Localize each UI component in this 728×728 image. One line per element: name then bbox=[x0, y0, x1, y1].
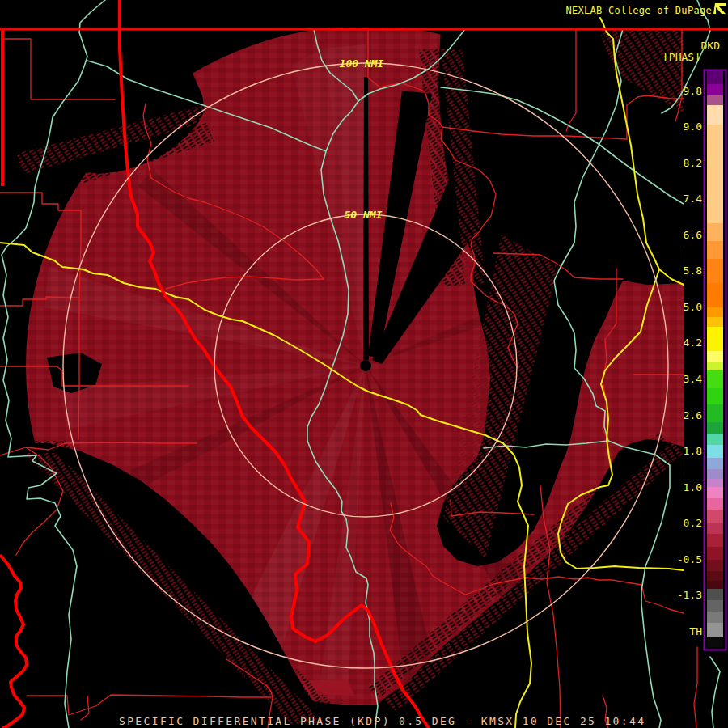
color-scale-segment bbox=[707, 362, 723, 370]
color-scale-segment bbox=[707, 600, 723, 612]
radar-display: 100 NMI50 NMI 9.89.08.27.46.65.85.04.23.… bbox=[0, 0, 728, 728]
color-scale-segment bbox=[707, 434, 723, 445]
color-scale-tick-label: 2.6 bbox=[684, 409, 702, 421]
color-scale-segment bbox=[707, 479, 723, 487]
color-scale-segment bbox=[707, 487, 723, 498]
color-scale-tick-label: 7.4 bbox=[684, 193, 703, 205]
color-scale-segment bbox=[707, 370, 723, 388]
color-scale-segment bbox=[707, 422, 723, 434]
color-scale-segment bbox=[707, 560, 723, 571]
color-scale-tick-label: 0.2 bbox=[684, 517, 702, 529]
color-scale-segment bbox=[707, 95, 723, 105]
color-scale-segment bbox=[707, 623, 723, 637]
product-units: [PHAS] bbox=[662, 51, 700, 63]
product-code: DKD bbox=[701, 40, 721, 52]
color-scale-segment bbox=[707, 317, 723, 327]
color-scale-segment bbox=[707, 498, 723, 510]
color-scale-segment bbox=[707, 223, 723, 241]
color-scale-tick-label: 5.0 bbox=[684, 301, 702, 313]
color-scale-tick-label: 1.8 bbox=[684, 445, 702, 457]
color-scale-tick-label: 6.6 bbox=[684, 229, 702, 241]
range-ring-label: 100 NMI bbox=[340, 57, 384, 70]
color-scale-segment bbox=[707, 351, 723, 362]
color-scale-tick-label: TH bbox=[689, 625, 702, 637]
color-scale-segment bbox=[707, 458, 723, 469]
color-scale-segment bbox=[707, 404, 723, 422]
color-scale-segment bbox=[707, 547, 723, 560]
color-scale-tick-label: 5.8 bbox=[684, 265, 702, 277]
color-scale-bar bbox=[705, 70, 726, 650]
color-scale-segment bbox=[707, 307, 723, 317]
color-scale-tick-label: -0.5 bbox=[677, 553, 702, 565]
color-scale-segment bbox=[707, 71, 723, 84]
color-scale-segment bbox=[707, 241, 723, 259]
color-scale-segment bbox=[707, 571, 723, 581]
color-scale-segment bbox=[707, 283, 723, 307]
color-scale-segment bbox=[707, 523, 723, 534]
color-scale-segment bbox=[707, 612, 723, 623]
color-scale-segment bbox=[707, 534, 723, 547]
page-title: NEXLAB-College of DuPage bbox=[565, 5, 712, 16]
color-scale-segment bbox=[707, 84, 723, 95]
color-scale-segment bbox=[707, 510, 723, 523]
color-scale-segment bbox=[707, 637, 723, 647]
radar-site-dot bbox=[360, 360, 371, 371]
color-scale-segment bbox=[707, 388, 723, 404]
color-scale-segment bbox=[707, 259, 723, 283]
range-ring-label: 50 NMI bbox=[345, 209, 383, 221]
color-scale-segment bbox=[707, 589, 723, 600]
color-scale-segment bbox=[707, 105, 723, 125]
color-scale-tick-label: 1.0 bbox=[684, 481, 702, 493]
color-scale-tick-label: 9.8 bbox=[684, 85, 702, 97]
color-scale-tick-label: 8.2 bbox=[684, 157, 702, 169]
color-scale-tick-label: 4.2 bbox=[684, 336, 702, 349]
status-text: SPECIFIC DIFFERENTIAL PHASE (KDP) 0.5 DE… bbox=[119, 715, 645, 727]
color-scale-tick-label: 9.0 bbox=[684, 121, 702, 133]
color-scale-segment bbox=[707, 469, 723, 479]
color-scale-tick-label: 3.4 bbox=[684, 373, 703, 385]
color-scale-segment bbox=[707, 327, 723, 351]
color-scale-segment bbox=[707, 581, 723, 589]
color-scale-segment bbox=[707, 445, 723, 458]
color-scale-segment bbox=[707, 125, 723, 223]
color-scale-tick-label: -1.3 bbox=[677, 589, 702, 601]
